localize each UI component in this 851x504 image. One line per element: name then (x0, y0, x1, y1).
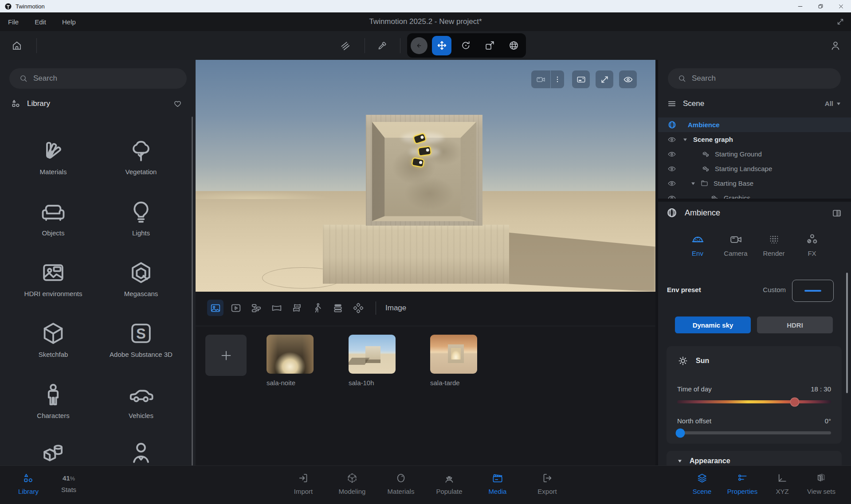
time-slider-knob[interactable] (790, 397, 800, 406)
north-slider-knob[interactable] (675, 428, 685, 438)
home-button[interactable] (11, 40, 23, 51)
nav-library[interactable]: Library (18, 472, 39, 495)
library-item-megascans[interactable]: Megascans (99, 255, 183, 297)
library-scrollbar[interactable] (192, 117, 193, 465)
media-thumbnail-sala-tarde[interactable] (430, 335, 477, 374)
library-item-materials[interactable]: Materials (11, 133, 95, 176)
appearance-section-card[interactable]: Appearance (667, 451, 842, 465)
layers-tool-icon[interactable] (339, 40, 351, 51)
nav-properties[interactable]: Properties (727, 472, 757, 495)
nav-modeling[interactable]: Modeling (339, 472, 366, 495)
library-item-lights[interactable]: Lights (99, 195, 183, 237)
media-type-panorama-set[interactable] (289, 300, 305, 316)
media-thumbnail-sala-noite[interactable] (267, 335, 314, 374)
add-media-button[interactable] (205, 335, 247, 376)
properties-scrollbar[interactable] (846, 273, 848, 393)
import-icon (297, 472, 309, 484)
scene-search-input[interactable]: Search (668, 68, 841, 89)
library-item-tools[interactable]: Tools (11, 436, 95, 465)
time-of-day-slider[interactable] (677, 400, 831, 403)
viewport-camera-button[interactable] (531, 70, 550, 88)
menu-edit[interactable]: Edit (27, 12, 54, 31)
close-button[interactable] (831, 0, 851, 12)
tree-row-graphics[interactable]: Graphics (658, 191, 851, 199)
rotate-tool-button[interactable] (456, 36, 475, 55)
selected-spotlight[interactable] (419, 147, 431, 155)
nav-export[interactable]: Export (537, 472, 557, 495)
viewport-visibility-button[interactable] (619, 70, 637, 88)
media-type-presentation[interactable] (309, 300, 325, 316)
media-type-lumen[interactable] (350, 300, 366, 316)
library-item-vegetation[interactable]: Vegetation (99, 133, 183, 176)
visibility-eye-icon[interactable] (667, 135, 676, 144)
nav-scene[interactable]: Scene (693, 472, 712, 495)
library-item-humanlike[interactable]: Humanlike (99, 436, 183, 465)
bust-icon (128, 440, 154, 465)
move-tool-button[interactable] (432, 36, 451, 55)
nav-stats[interactable]: 41% Stats (61, 471, 76, 493)
media-type-sequence[interactable] (248, 300, 264, 316)
nav-materials[interactable]: Materials (388, 472, 415, 495)
car-icon (128, 382, 154, 407)
world-space-button[interactable] (504, 36, 523, 55)
undo-button[interactable] (411, 37, 427, 54)
scene-filter-dropdown[interactable]: All (825, 100, 841, 107)
library-item-characters[interactable]: Characters (11, 377, 95, 419)
visibility-eye-icon[interactable] (667, 179, 676, 188)
fx-circles-icon (805, 233, 819, 246)
tab-fx[interactable]: FX (793, 233, 831, 257)
tree-row-starting-base[interactable]: Starting Base (658, 176, 851, 191)
visibility-eye-icon[interactable] (667, 194, 676, 199)
search-icon (678, 74, 686, 83)
tab-env[interactable]: Env (678, 233, 717, 257)
library-item-vehicles[interactable]: Vehicles (99, 377, 183, 419)
expander-icon[interactable] (690, 181, 696, 186)
hdri-button[interactable]: HDRI (757, 316, 833, 333)
tree-row-starting-landscape[interactable]: Starting Landscape (658, 161, 851, 176)
viewport-screenshot-button[interactable] (572, 70, 590, 88)
tree-row-scene-graph[interactable]: Scene graph (658, 132, 851, 147)
north-offset-slider[interactable] (677, 431, 831, 434)
nav-import[interactable]: Import (294, 472, 313, 495)
favorites-heart-icon[interactable] (173, 99, 182, 108)
split-panel-icon[interactable] (831, 208, 842, 219)
tab-render[interactable]: Render (755, 233, 793, 257)
viewport-expand-button[interactable] (596, 70, 613, 88)
scene-list-icon[interactable] (667, 99, 677, 109)
nav-xyz[interactable]: XYZ (776, 472, 788, 495)
library-item-substance-3d[interactable]: SAdobe Substance 3D (99, 316, 183, 358)
tree-row-starting-ground[interactable]: Starting Ground (658, 147, 851, 161)
media-type-image[interactable] (207, 300, 224, 316)
eyedropper-tool-icon[interactable] (377, 40, 388, 51)
maximize-button[interactable] (810, 0, 831, 12)
nav-view-sets[interactable]: View sets (807, 472, 835, 495)
nav-populate[interactable]: Populate (436, 472, 462, 495)
media-type-phasing[interactable] (329, 300, 346, 316)
expander-icon[interactable] (677, 458, 682, 464)
account-button[interactable] (830, 40, 841, 51)
visibility-eye-icon[interactable] (667, 164, 676, 173)
menu-file[interactable]: File (0, 12, 27, 31)
scale-tool-button[interactable] (480, 36, 499, 55)
nav-media[interactable]: Media (489, 472, 507, 495)
viewport-3d[interactable] (196, 60, 655, 292)
library-item-objects[interactable]: Objects (11, 195, 95, 237)
visibility-eye-icon[interactable] (667, 150, 676, 159)
time-of-day-value[interactable]: 18 : 30 (811, 385, 831, 393)
env-preset-swatch-button[interactable] (792, 280, 834, 302)
tab-camera[interactable]: Camera (717, 233, 755, 257)
menu-help[interactable]: Help (54, 12, 84, 31)
north-offset-value[interactable]: 0° (825, 417, 831, 425)
library-item-hdri-environments[interactable]: HDRI environments (11, 255, 95, 297)
viewport-more-button[interactable] (551, 70, 564, 88)
media-type-panorama[interactable] (268, 300, 285, 316)
expander-icon[interactable] (682, 137, 688, 142)
media-thumbnail-sala-10h[interactable] (349, 335, 396, 374)
media-type-video[interactable] (227, 300, 244, 316)
fullscreen-icon[interactable] (836, 17, 845, 26)
tree-row-ambience[interactable]: Ambience (658, 117, 851, 132)
library-item-sketchfab[interactable]: Sketchfab (11, 316, 95, 358)
dynamic-sky-button[interactable]: Dynamic sky (675, 316, 751, 333)
minimize-button[interactable] (790, 0, 810, 12)
library-search-input[interactable]: Search (9, 68, 187, 89)
